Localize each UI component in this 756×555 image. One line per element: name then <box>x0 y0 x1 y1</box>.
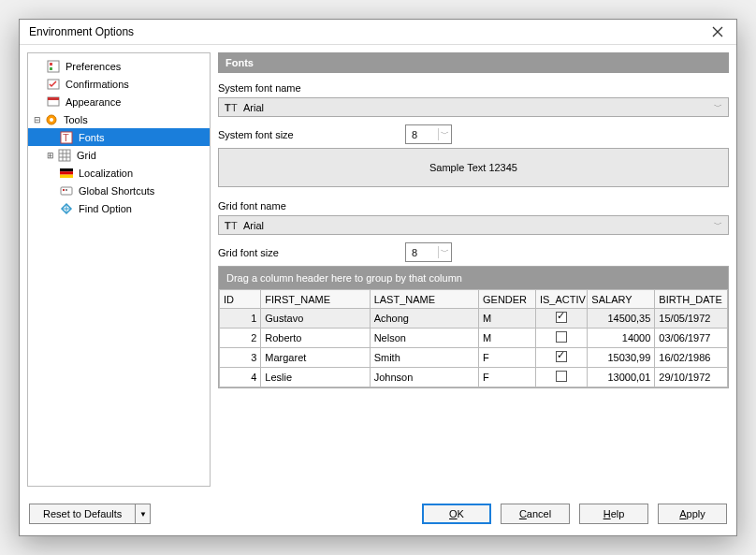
col-birth[interactable]: BIRTH_DATE <box>655 290 728 309</box>
cell-id[interactable]: 1 <box>220 309 261 329</box>
chevron-down-icon[interactable]: ▼ <box>135 504 150 523</box>
confirmations-icon <box>46 77 61 92</box>
table-row[interactable]: 4LeslieJohnsonF13000,0129/10/1972 <box>220 368 728 387</box>
cell-birth[interactable]: 16/02/1986 <box>655 348 728 368</box>
ok-button[interactable]: OK <box>422 504 491 524</box>
chevron-down-icon: ﹀ <box>438 128 451 140</box>
system-font-label: System font name <box>218 82 301 94</box>
tree-appearance[interactable]: Appearance <box>28 93 210 110</box>
grid-icon <box>57 148 72 163</box>
grid-size-select[interactable]: 8 ﹀ <box>405 242 452 262</box>
cell-id[interactable]: 3 <box>220 348 261 368</box>
cell-gender[interactable]: M <box>479 329 536 348</box>
svg-rect-11 <box>60 168 73 171</box>
preferences-icon <box>46 59 61 74</box>
cell-last[interactable]: Johnson <box>370 368 478 387</box>
svg-rect-10 <box>59 150 70 161</box>
system-size-select[interactable]: 8 ﹀ <box>405 124 452 144</box>
col-gender[interactable]: GENDER <box>479 290 536 309</box>
main-panel: Fonts System font name TT Arial ﹀ System… <box>218 52 729 487</box>
tools-icon <box>44 112 59 127</box>
expand-icon[interactable]: ⊟ <box>32 115 43 124</box>
data-table[interactable]: ID FIRST_NAME LAST_NAME GENDER IS_ACTIV … <box>219 289 728 387</box>
checkbox-icon[interactable] <box>556 371 567 382</box>
chevron-down-icon: ﹀ <box>438 246 451 258</box>
system-font-select[interactable]: TT Arial ﹀ <box>218 97 729 117</box>
cell-first[interactable]: Margaret <box>261 348 370 368</box>
table-row[interactable]: 2RobertoNelsonM1400003/06/1977 <box>220 329 728 348</box>
font-type-icon: TT <box>225 102 238 113</box>
col-active[interactable]: IS_ACTIV <box>535 290 587 309</box>
cell-active[interactable] <box>535 309 587 329</box>
cell-birth[interactable]: 03/06/1977 <box>655 329 728 348</box>
reset-defaults-button[interactable]: Reset to Defaults ▼ <box>29 504 151 524</box>
content-area: Preferences Confirmations Appearance ⊟ T… <box>20 45 736 494</box>
col-first[interactable]: FIRST_NAME <box>261 290 370 309</box>
cell-salary[interactable]: 14000 <box>588 329 655 348</box>
tree-find-option[interactable]: Find Option <box>28 199 210 217</box>
checkbox-icon[interactable] <box>556 351 567 362</box>
cell-birth[interactable]: 29/10/1972 <box>655 368 728 387</box>
cell-salary[interactable]: 13000,01 <box>588 368 655 387</box>
system-font-value: Arial <box>243 102 264 113</box>
tree-tools[interactable]: ⊟ Tools <box>28 110 210 128</box>
cell-last[interactable]: Nelson <box>370 329 478 348</box>
cell-salary[interactable]: 15030,99 <box>588 348 655 368</box>
shortcuts-icon <box>59 183 74 198</box>
group-by-hint[interactable]: Drag a column header here to group by th… <box>219 267 728 289</box>
svg-rect-12 <box>60 171 73 174</box>
cell-salary[interactable]: 14500,35 <box>588 309 655 329</box>
cell-birth[interactable]: 15/05/1972 <box>655 309 728 329</box>
cancel-button[interactable]: Cancel <box>501 504 570 524</box>
grid-font-select[interactable]: TT Arial ﹀ <box>218 215 729 235</box>
grid-font-value: Arial <box>243 220 264 231</box>
cell-first[interactable]: Leslie <box>261 368 370 387</box>
chevron-down-icon: ﹀ <box>714 219 722 231</box>
tree-preferences[interactable]: Preferences <box>28 57 210 75</box>
close-button[interactable] <box>706 26 729 37</box>
col-salary[interactable]: SALARY <box>588 290 655 309</box>
cell-last[interactable]: Achong <box>370 309 478 329</box>
col-id[interactable]: ID <box>220 290 261 309</box>
checkbox-icon[interactable] <box>556 312 567 323</box>
svg-text:T: T <box>63 132 69 143</box>
col-last[interactable]: LAST_NAME <box>370 290 478 309</box>
tree-localization[interactable]: Localization <box>28 164 210 182</box>
cell-first[interactable]: Roberto <box>261 329 370 348</box>
cell-gender[interactable]: F <box>479 348 536 368</box>
cell-gender[interactable]: F <box>479 368 536 387</box>
cell-active[interactable] <box>535 329 587 348</box>
chevron-down-icon: ﹀ <box>714 101 722 113</box>
sample-text-box: Sample Text 12345 <box>218 148 729 187</box>
window-title: Environment Options <box>29 25 134 38</box>
cell-gender[interactable]: M <box>479 309 536 329</box>
table-row[interactable]: 3MargaretSmithF15030,9916/02/1986 <box>220 348 728 368</box>
cell-id[interactable]: 2 <box>220 329 261 348</box>
options-tree[interactable]: Preferences Confirmations Appearance ⊟ T… <box>27 52 211 487</box>
svg-rect-5 <box>48 97 59 100</box>
svg-rect-0 <box>48 61 59 72</box>
system-size-label: System font size <box>218 129 394 140</box>
checkbox-icon[interactable] <box>556 331 567 343</box>
svg-rect-1 <box>50 63 52 66</box>
cell-id[interactable]: 4 <box>220 368 261 387</box>
cell-active[interactable] <box>535 368 587 387</box>
cell-first[interactable]: Gustavo <box>261 309 370 329</box>
tree-confirmations[interactable]: Confirmations <box>28 75 210 93</box>
tree-fonts[interactable]: T Fonts <box>28 128 210 146</box>
table-header-row[interactable]: ID FIRST_NAME LAST_NAME GENDER IS_ACTIV … <box>220 290 728 309</box>
help-button[interactable]: Help <box>579 504 648 524</box>
sample-grid[interactable]: Drag a column header here to group by th… <box>218 266 729 388</box>
tree-global-shortcuts[interactable]: Global Shortcuts <box>28 182 210 199</box>
tree-grid[interactable]: ⊞ Grid <box>28 146 210 164</box>
svg-rect-16 <box>65 189 67 191</box>
svg-rect-15 <box>63 189 65 191</box>
svg-point-7 <box>50 118 53 122</box>
svg-text:T: T <box>231 102 238 113</box>
table-row[interactable]: 1GustavoAchongM14500,3515/05/1972 <box>220 309 728 329</box>
svg-rect-2 <box>50 67 52 70</box>
cell-active[interactable] <box>535 348 587 368</box>
cell-last[interactable]: Smith <box>370 348 478 368</box>
apply-button[interactable]: Apply <box>658 504 727 524</box>
expand-icon[interactable]: ⊞ <box>45 151 56 160</box>
